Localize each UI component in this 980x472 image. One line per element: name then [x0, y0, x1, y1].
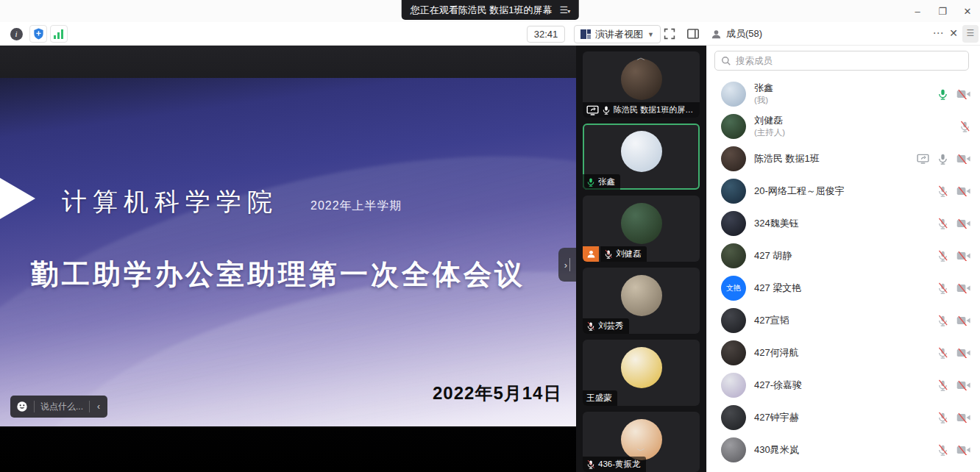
member-row[interactable]: 427钟宇赫 — [707, 401, 980, 434]
member-status-icons — [937, 434, 970, 466]
mic-muted-icon — [937, 315, 948, 327]
member-name: 刘健磊 — [754, 114, 783, 127]
member-row[interactable]: 427 胡静 — [707, 240, 980, 272]
meeting-toolbar: i 32:41 演讲者视图 ▼ 成员(58) ⋯ ✕ ☰ — [0, 22, 980, 46]
member-status-icons — [937, 401, 970, 434]
window-controls: – ❐ ✕ — [905, 0, 980, 22]
banner-menu-icon[interactable]: ☰▾ — [560, 4, 570, 15]
video-tile[interactable]: 刘健磊 — [583, 196, 700, 262]
member-row[interactable]: 427何浔航 — [707, 337, 980, 369]
meeting-timer: 32:41 — [527, 26, 565, 43]
mic-muted-icon — [937, 379, 948, 392]
tile-name: 王盛蒙 — [586, 393, 612, 404]
drag-bar — [569, 258, 570, 271]
member-search-input[interactable] — [736, 56, 962, 66]
slide-main-heading: 勤工助学办公室助理第一次全体会议 — [31, 256, 525, 293]
fullscreen-icon[interactable] — [661, 25, 678, 43]
video-tile[interactable]: 陈浩民 数据1班的屏…︿ — [583, 51, 700, 118]
more-options-icon[interactable]: ⋯ — [930, 25, 946, 43]
video-tile[interactable]: 王盛蒙 — [583, 340, 700, 406]
camera-muted-icon — [956, 251, 970, 261]
close-button[interactable]: ✕ — [955, 0, 980, 22]
tile-name-label: 刘芸秀 — [583, 318, 629, 334]
panel-drag-handle-icon[interactable]: ☰ — [962, 25, 979, 43]
member-status-icons — [937, 78, 970, 110]
security-shield-icon[interactable] — [29, 25, 47, 43]
member-role-label: (主持人) — [754, 127, 785, 138]
camera-muted-icon — [956, 380, 970, 390]
scroll-down-icon[interactable]: ﹀ — [637, 447, 646, 454]
screen-share-icon — [586, 105, 599, 115]
side-panel-toggle-icon[interactable] — [684, 25, 702, 43]
avatar — [721, 114, 746, 139]
member-row[interactable]: 文艳 427 梁文艳 — [707, 272, 980, 304]
member-row[interactable]: 刘健磊 (主持人) — [707, 110, 980, 143]
member-name: 427何浔航 — [754, 346, 799, 360]
member-name: 427 梁文艳 — [754, 282, 801, 295]
camera-muted-icon — [956, 283, 970, 293]
video-tile-strip: 陈浩民 数据1班的屏…︿ 张鑫 刘健磊 刘芸秀 王盛蒙 436-黄振龙﹀ — [576, 46, 706, 472]
member-row[interactable]: 427宣韬 — [707, 304, 980, 337]
minimize-button[interactable]: – — [905, 0, 930, 22]
chat-input-placeholder[interactable]: 说点什么... — [40, 401, 83, 413]
slide-organization-title: 计算机科学学院 — [62, 185, 278, 219]
member-status-icons — [959, 110, 970, 143]
network-signal-icon[interactable] — [50, 25, 68, 43]
member-name: 陈浩民 数据1班 — [754, 152, 820, 165]
video-strip-expand-handle[interactable]: › — [558, 248, 576, 282]
tile-name: 刘芸秀 — [598, 321, 624, 332]
member-name: 427-徐嘉骏 — [754, 379, 802, 392]
member-name: 430晁米岚 — [754, 443, 799, 457]
avatar — [621, 131, 662, 172]
member-status-icons — [937, 240, 970, 272]
panel-close-icon[interactable]: ✕ — [946, 25, 961, 43]
mic-icon — [937, 88, 948, 101]
avatar — [621, 347, 662, 388]
layout-icon — [580, 29, 591, 39]
video-tile[interactable]: 436-黄振龙﹀ — [583, 412, 700, 472]
person-icon — [711, 29, 722, 40]
avatar — [721, 243, 746, 268]
camera-muted-icon — [956, 89, 970, 99]
view-mode-button[interactable]: 演讲者视图 ▼ — [574, 25, 661, 43]
mic-muted-icon — [937, 250, 948, 262]
tile-name-label: 436-黄振龙 — [583, 457, 646, 472]
avatar — [721, 211, 746, 236]
mic-muted-icon — [586, 460, 595, 470]
avatar — [721, 340, 746, 365]
member-row[interactable]: 陈浩民 数据1班 — [707, 143, 980, 175]
view-mode-label: 演讲者视图 — [595, 28, 643, 41]
window-titlebar: 您正在观看陈浩民 数据1班的屏幕 ☰▾ – ❐ ✕ — [0, 0, 980, 22]
member-row[interactable]: 张鑫 (我) — [707, 78, 980, 110]
watching-banner-text: 您正在观看陈浩民 数据1班的屏幕 — [411, 4, 553, 17]
scroll-up-icon[interactable]: ︿ — [637, 54, 646, 61]
member-search-box[interactable] — [714, 51, 969, 71]
member-row[interactable]: 20-网络工程～屈俊宇 — [707, 175, 980, 207]
chat-input-bar[interactable]: 说点什么... ‹ — [10, 396, 107, 418]
info-circle-glyph: i — [10, 28, 23, 40]
member-row[interactable]: 324魏美钰 — [707, 207, 980, 240]
avatar: 文艳 — [721, 276, 746, 301]
maximize-button[interactable]: ❐ — [930, 0, 955, 22]
host-person-icon — [586, 249, 596, 259]
meeting-info-icon[interactable]: i — [7, 25, 25, 43]
mic-muted-icon — [937, 444, 948, 457]
screen-share-icon — [917, 154, 929, 164]
avatar — [721, 146, 746, 171]
shared-screen-area: 计算机科学学院 2022年上半学期 勤工助学办公室助理第一次全体会议 2022年… — [0, 46, 576, 472]
tile-name: 刘健磊 — [616, 248, 642, 260]
members-panel: 张鑫 (我) 刘健磊 (主持人) 陈浩民 数据1班 — [706, 46, 980, 472]
emoji-icon[interactable] — [16, 401, 28, 412]
mic-icon — [586, 177, 595, 187]
video-tile[interactable]: 张鑫 — [583, 124, 700, 190]
member-name: 427钟宇赫 — [754, 411, 799, 424]
presentation-slide: 计算机科学学院 2022年上半学期 勤工助学办公室助理第一次全体会议 2022年… — [0, 78, 576, 426]
member-row[interactable]: 427-徐嘉骏 — [707, 369, 980, 401]
camera-muted-icon — [956, 412, 970, 423]
slide-arrow-decoration — [0, 178, 35, 219]
member-row[interactable]: 430晁米岚 — [707, 434, 980, 466]
chat-collapse-icon[interactable]: ‹ — [96, 401, 102, 412]
avatar — [721, 405, 746, 430]
mic-muted-icon — [586, 321, 595, 332]
video-tile[interactable]: 刘芸秀 — [583, 268, 700, 334]
